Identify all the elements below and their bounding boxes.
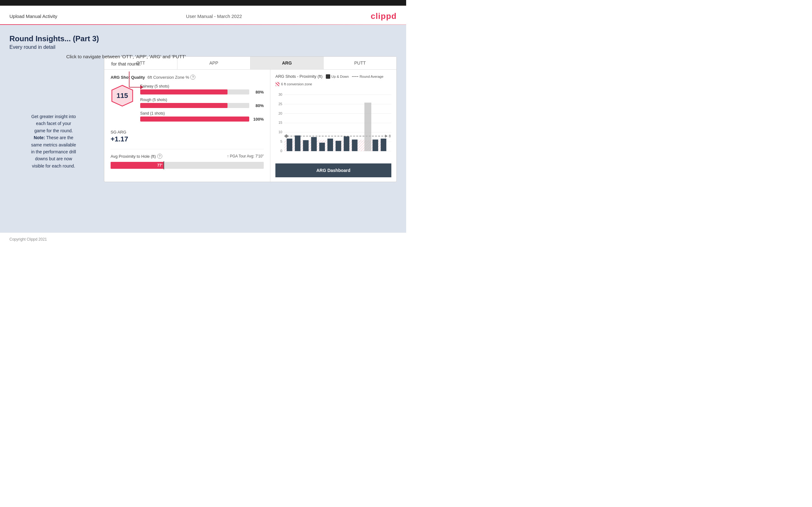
sg-area: SG ARG +1.17 (111, 130, 264, 143)
chart-header: ARG Shots - Proximity (ft) Up & Down Rou… (275, 74, 391, 86)
bar-label-rough: Rough (5 shots) (140, 98, 264, 102)
header: Upload Manual Activity User Manual - Mar… (0, 6, 406, 24)
svg-text:5: 5 (281, 139, 282, 143)
content-layout: Click to navigate between 'OTT', 'APP', … (9, 56, 397, 182)
svg-rect-33 (352, 139, 358, 151)
tab-arg[interactable]: ARG (251, 57, 323, 69)
legend-round-avg: Round Average (352, 75, 384, 78)
legend-dashed-icon (352, 76, 358, 77)
bar-pct-sand: 100% (252, 117, 264, 122)
svg-rect-28 (311, 137, 317, 151)
svg-marker-2 (140, 85, 143, 90)
bar-label-sand: Sand (1 shots) (140, 111, 264, 116)
legend-box-icon (326, 74, 330, 79)
bar-pct-rough: 80% (252, 103, 264, 108)
pga-avg: ↑ PGA Tour Avg: 7'10" (227, 154, 264, 158)
bar-bg-sand (140, 116, 249, 122)
desc-line5: same metrics available (31, 142, 76, 148)
hex-score-area: 115 Fairway (5 shots) (111, 84, 264, 125)
desc-line6: in the performance drill (31, 149, 76, 154)
logo: clippd (370, 11, 397, 21)
svg-marker-19 (284, 134, 289, 138)
page-title: Round Insights... (Part 3) (9, 34, 397, 43)
proximity-bar-fill: 77' (111, 162, 164, 169)
upload-label: Upload Manual Activity (9, 13, 57, 19)
copyright: Copyright Clippd 2021 (9, 237, 47, 241)
chart-svg: 30 25 20 15 10 5 0 (275, 90, 391, 159)
bar-row-rough: Rough (5 shots) 80% (140, 98, 264, 108)
left-panel: Click to navigate between 'OTT', 'APP', … (9, 56, 98, 169)
bar-pct-fairway: 80% (252, 90, 264, 95)
svg-rect-30 (327, 138, 333, 151)
desc-line8: visible for each round. (32, 163, 75, 168)
hex-container: 115 (111, 84, 134, 107)
svg-rect-25 (287, 138, 292, 151)
desc-line7: downs but are now (35, 156, 72, 161)
legend-round-avg-label: Round Average (359, 75, 384, 78)
svg-rect-32 (344, 136, 349, 151)
page-subtitle: Every round in detail (9, 44, 397, 50)
legend-conversion: 6 ft conversion zone (275, 82, 312, 86)
bar-track-rough: 80% (140, 103, 264, 108)
top-bar (0, 0, 406, 6)
legend-up-down: Up & Down (326, 74, 349, 79)
hex-score: 115 (116, 92, 128, 100)
svg-text:10: 10 (278, 130, 282, 134)
nav-hint-text: Click to navigate between 'OTT', 'APP', … (66, 53, 186, 67)
svg-rect-35 (380, 138, 386, 151)
desc-line4: These are the (45, 135, 73, 140)
svg-rect-27 (303, 140, 309, 151)
svg-rect-34 (372, 139, 378, 151)
proximity-title: Avg Proximity to Hole (ft) ? (111, 154, 162, 159)
tab-putt[interactable]: PUTT (323, 57, 396, 69)
left-description: Get greater insight into each facet of y… (9, 113, 98, 169)
tab-app[interactable]: APP (177, 57, 251, 69)
svg-marker-20 (385, 134, 388, 137)
arg-dashboard-button[interactable]: ARG Dashboard (275, 163, 391, 177)
chart-area: 30 25 20 15 10 5 0 (275, 90, 391, 160)
svg-rect-31 (336, 141, 341, 151)
proximity-marker (163, 161, 164, 169)
legend-hatched-icon (275, 82, 280, 86)
main-content: Round Insights... (Part 3) Every round i… (0, 25, 406, 233)
legend-up-down-label: Up & Down (332, 75, 349, 78)
chart-title: ARG Shots - Proximity (ft) (275, 74, 323, 79)
svg-text:20: 20 (278, 111, 282, 115)
document-title: User Manual - March 2022 (186, 13, 242, 19)
svg-text:30: 30 (278, 93, 282, 96)
bar-row-sand: Sand (1 shots) 100% (140, 111, 264, 122)
desc-note: Note: (34, 135, 45, 140)
sg-label: SG ARG (111, 130, 264, 134)
bar-fill-rough (140, 103, 227, 108)
desc-line3: game for the round. (34, 128, 73, 133)
legend-conversion-label: 6 ft conversion zone (281, 82, 312, 86)
svg-rect-26 (295, 135, 301, 151)
proximity-question-icon[interactable]: ? (157, 154, 162, 159)
proximity-value: 77' (157, 163, 162, 168)
panel-right: ARG Shots - Proximity (ft) Up & Down Rou… (270, 70, 396, 182)
desc-line2: each facet of your (36, 121, 71, 126)
svg-rect-29 (319, 143, 325, 151)
proximity-bar-track: 77' (111, 162, 264, 169)
svg-text:0: 0 (281, 149, 282, 153)
panel-left: ARG Shot Quality 6ft Conversion Zone % ? (104, 70, 270, 182)
svg-rect-24 (364, 103, 371, 151)
desc-line1: Get greater insight into (31, 114, 76, 119)
svg-text:25: 25 (278, 102, 282, 106)
svg-text:8: 8 (389, 134, 391, 138)
footer: Copyright Clippd 2021 (0, 233, 406, 246)
hexagon: 115 (111, 84, 134, 107)
proximity-section: Avg Proximity to Hole (ft) ? ↑ PGA Tour … (111, 149, 264, 169)
sg-value: +1.17 (111, 135, 264, 143)
svg-text:15: 15 (278, 121, 282, 124)
bar-bg-rough (140, 103, 249, 108)
bar-track-sand: 100% (140, 116, 264, 122)
proximity-header: Avg Proximity to Hole (ft) ? ↑ PGA Tour … (111, 154, 264, 159)
bar-fill-sand (140, 116, 249, 122)
question-icon[interactable]: ? (190, 75, 195, 80)
